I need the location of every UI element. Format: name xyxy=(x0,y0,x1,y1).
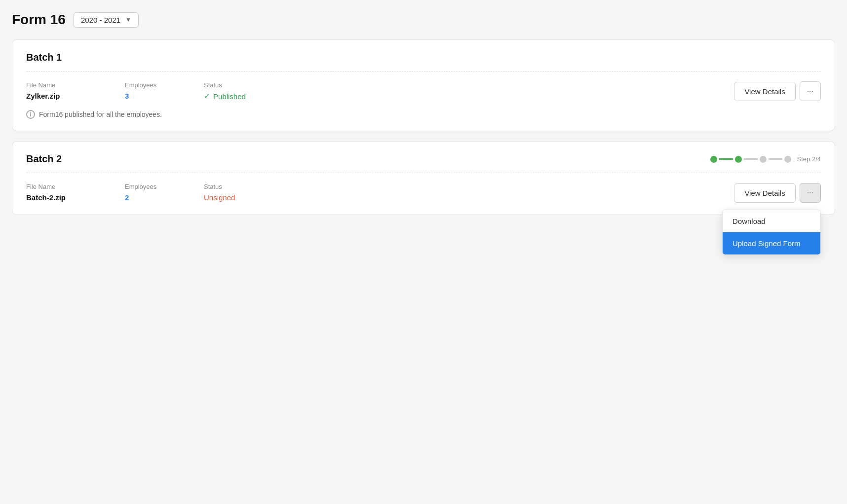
batch1-title: Batch 1 xyxy=(26,52,62,63)
batch2-card: Batch 2 Step 2/4 File Name Batch-2.zip E… xyxy=(12,141,835,215)
batch1-employees-value: 3 xyxy=(125,92,204,100)
batch2-divider xyxy=(26,173,821,173)
batch1-view-details-button[interactable]: View Details xyxy=(734,82,795,101)
batch2-status-col: Status Unsigned xyxy=(204,183,303,202)
batch2-status-value: Unsigned xyxy=(204,193,303,202)
step-label: Step 2/4 xyxy=(797,155,821,163)
batch1-filename-label: File Name xyxy=(26,81,125,89)
batch1-more-button[interactable]: ··· xyxy=(800,81,821,101)
step-dot-3 xyxy=(760,156,767,163)
batch2-row: File Name Batch-2.zip Employees 2 Status… xyxy=(26,183,821,203)
batch1-status-col: Status ✓ Published xyxy=(204,81,303,101)
batch2-dropdown-upload[interactable]: Upload Signed Form xyxy=(723,232,820,254)
batch2-title: Batch 2 xyxy=(26,153,62,165)
step-dot-1 xyxy=(710,156,717,163)
batch1-actions: View Details ··· xyxy=(734,81,821,101)
batch2-employees-value: 2 xyxy=(125,193,204,202)
batch1-status-label: Status xyxy=(204,81,303,89)
batch2-employees-label: Employees xyxy=(125,183,204,190)
step-progress: Step 2/4 xyxy=(710,155,821,163)
batch1-employees-col: Employees 3 xyxy=(125,81,204,100)
batch2-dropdown-download[interactable]: Download xyxy=(723,210,820,232)
step-dot-2 xyxy=(735,156,742,163)
chevron-down-icon: ▼ xyxy=(125,16,131,23)
batch2-status-label: Status xyxy=(204,183,303,190)
batch1-card: Batch 1 File Name Zylker.zip Employees 3… xyxy=(12,39,835,131)
step-line-1 xyxy=(719,158,733,160)
check-icon: ✓ xyxy=(204,92,210,101)
batch1-status-value: ✓ Published xyxy=(204,92,303,101)
step-line-2 xyxy=(744,158,758,160)
step-dot-4 xyxy=(784,156,791,163)
batch1-info-text: Form16 published for all the employees. xyxy=(39,110,162,118)
step-line-3 xyxy=(769,158,782,160)
batch2-actions: View Details ··· Download Upload Signed … xyxy=(734,183,821,203)
batch1-filename-col: File Name Zylker.zip xyxy=(26,81,125,100)
year-selector-value: 2020 - 2021 xyxy=(81,16,120,24)
batch2-filename-value: Batch-2.zip xyxy=(26,193,125,202)
page-header: Form 16 2020 - 2021 ▼ xyxy=(12,12,835,28)
batch2-dropdown-menu: Download Upload Signed Form xyxy=(722,210,821,255)
batch2-view-details-button[interactable]: View Details xyxy=(734,183,795,203)
batch2-filename-col: File Name Batch-2.zip xyxy=(26,183,125,202)
info-icon: i xyxy=(26,110,35,119)
batch1-employees-label: Employees xyxy=(125,81,204,89)
batch1-filename-value: Zylker.zip xyxy=(26,92,125,100)
batch2-more-button[interactable]: ··· xyxy=(800,183,821,203)
batch2-employees-col: Employees 2 xyxy=(125,183,204,202)
batch1-info-row: i Form16 published for all the employees… xyxy=(26,110,821,119)
page-title: Form 16 xyxy=(12,12,66,28)
batch1-divider xyxy=(26,71,821,72)
batch1-header: Batch 1 xyxy=(26,52,821,63)
year-selector[interactable]: 2020 - 2021 ▼ xyxy=(74,12,139,28)
batch1-row: File Name Zylker.zip Employees 3 Status … xyxy=(26,81,821,101)
batch2-filename-label: File Name xyxy=(26,183,125,190)
batch2-header: Batch 2 Step 2/4 xyxy=(26,153,821,165)
